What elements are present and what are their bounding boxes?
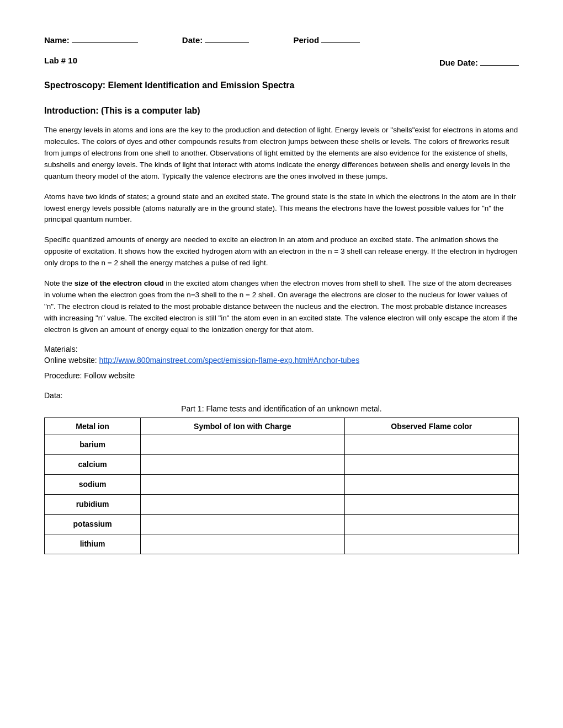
table-row: barium xyxy=(45,435,519,454)
lab-due-line: Lab # 10 Due Date: xyxy=(44,56,519,67)
intro-paragraph-3: Specific quantized amounts of energy are… xyxy=(44,234,519,269)
flame-potassium xyxy=(344,514,518,534)
header-fields: Name: Date: Period xyxy=(44,33,519,45)
date-underline xyxy=(205,33,249,43)
flame-sodium xyxy=(344,474,518,494)
symbol-potassium xyxy=(141,514,344,534)
symbol-rubidium xyxy=(141,494,344,514)
due-date-field: Due Date: xyxy=(439,56,519,67)
metal-ion-potassium: potassium xyxy=(45,514,141,534)
symbol-lithium xyxy=(141,534,344,554)
col-metal-ion: Metal ion xyxy=(45,417,141,435)
metal-ion-lithium: lithium xyxy=(45,534,141,554)
table-row: calcium xyxy=(45,454,519,474)
metal-ion-barium: barium xyxy=(45,435,141,454)
name-underline xyxy=(72,33,138,43)
flame-calcium xyxy=(344,454,518,474)
symbol-calcium xyxy=(141,454,344,474)
symbol-sodium xyxy=(141,474,344,494)
period-label: Period xyxy=(293,35,319,45)
col-flame-color: Observed Flame color xyxy=(344,417,518,435)
symbol-barium xyxy=(141,435,344,454)
due-date-label: Due Date: xyxy=(439,58,478,67)
metal-ion-rubidium: rubidium xyxy=(45,494,141,514)
flame-rubidium xyxy=(344,494,518,514)
website-link[interactable]: http://www.800mainstreet.com/spect/emiss… xyxy=(99,356,360,365)
table-caption: Part 1: Flame tests and identification o… xyxy=(44,404,519,413)
data-label: Data: xyxy=(44,391,519,400)
intro-heading: Introduction: (This is a computer lab) xyxy=(44,106,519,116)
table-header-row: Metal ion Symbol of Ion with Charge Obse… xyxy=(45,417,519,435)
table-row: sodium xyxy=(45,474,519,494)
lab-number: Lab # 10 xyxy=(44,56,77,67)
period-field: Period xyxy=(293,33,360,45)
procedure-label: Procedure: Follow website xyxy=(44,371,519,380)
name-field: Name: xyxy=(44,33,138,45)
procedure-section: Procedure: Follow website xyxy=(44,371,519,380)
period-underline xyxy=(321,33,360,43)
table-row: potassium xyxy=(45,514,519,534)
flame-lithium xyxy=(344,534,518,554)
data-section: Data: Part 1: Flame tests and identifica… xyxy=(44,391,519,554)
name-label: Name: xyxy=(44,35,70,45)
bold-text: size of the electron cloud xyxy=(75,279,164,287)
intro-paragraph-1: The energy levels in atoms and ions are … xyxy=(44,125,519,183)
intro-paragraph-2: Atoms have two kinds of states; a ground… xyxy=(44,191,519,226)
table-row: rubidium xyxy=(45,494,519,514)
flame-test-table: Metal ion Symbol of Ion with Charge Obse… xyxy=(44,417,519,554)
page-title: Spectroscopy: Element Identification and… xyxy=(44,81,519,90)
materials-section: Materials: Online website: http://www.80… xyxy=(44,345,519,365)
materials-label: Materials: xyxy=(44,345,519,354)
due-date-underline xyxy=(480,56,519,66)
date-field: Date: xyxy=(182,33,249,45)
flame-barium xyxy=(344,435,518,454)
date-label: Date: xyxy=(182,35,203,45)
table-row: lithium xyxy=(45,534,519,554)
online-website-line: Online website: http://www.800mainstreet… xyxy=(44,356,519,365)
intro-paragraph-4: Note the size of the electron cloud in t… xyxy=(44,278,519,336)
online-label: Online website: xyxy=(44,356,97,365)
col-symbol: Symbol of Ion with Charge xyxy=(141,417,344,435)
metal-ion-calcium: calcium xyxy=(45,454,141,474)
metal-ion-sodium: sodium xyxy=(45,474,141,494)
